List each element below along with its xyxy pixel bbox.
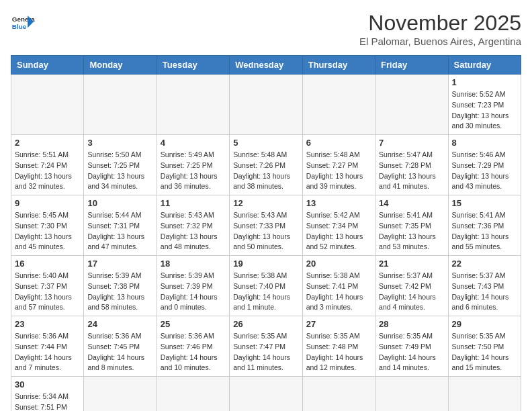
day-number: 5	[233, 138, 298, 148]
day-number: 12	[233, 198, 298, 208]
calendar-cell: 1Sunrise: 5:52 AMSunset: 7:23 PMDaylight…	[448, 75, 521, 135]
calendar-cell: 30Sunrise: 5:34 AMSunset: 7:51 PMDayligh…	[11, 377, 84, 412]
day-info: Sunrise: 5:47 AMSunset: 7:28 PMDaylight:…	[379, 150, 444, 192]
day-info: Sunrise: 5:40 AMSunset: 7:37 PMDaylight:…	[15, 271, 80, 313]
logo-icon: General Blue	[11, 11, 35, 35]
day-info: Sunrise: 5:35 AMSunset: 7:49 PMDaylight:…	[379, 331, 444, 373]
weekday-header-sunday: Sunday	[11, 56, 84, 75]
weekday-header-thursday: Thursday	[302, 56, 375, 75]
calendar-cell: 27Sunrise: 5:35 AMSunset: 7:48 PMDayligh…	[302, 316, 375, 377]
calendar-cell: 6Sunrise: 5:48 AMSunset: 7:27 PMDaylight…	[302, 135, 375, 195]
week-row-4: 23Sunrise: 5:36 AMSunset: 7:44 PMDayligh…	[11, 316, 521, 377]
calendar-cell	[230, 377, 302, 412]
day-info: Sunrise: 5:48 AMSunset: 7:26 PMDaylight:…	[233, 150, 298, 192]
calendar-cell: 22Sunrise: 5:37 AMSunset: 7:43 PMDayligh…	[448, 256, 521, 316]
week-row-0: 1Sunrise: 5:52 AMSunset: 7:23 PMDaylight…	[11, 75, 521, 135]
calendar-cell: 13Sunrise: 5:42 AMSunset: 7:34 PMDayligh…	[302, 195, 375, 256]
calendar-cell	[157, 75, 229, 135]
day-info: Sunrise: 5:48 AMSunset: 7:27 PMDaylight:…	[306, 150, 371, 192]
calendar-cell	[84, 377, 157, 412]
calendar-cell: 21Sunrise: 5:37 AMSunset: 7:42 PMDayligh…	[375, 256, 448, 316]
calendar-cell	[448, 377, 521, 412]
calendar-cell	[157, 377, 229, 412]
calendar-cell: 7Sunrise: 5:47 AMSunset: 7:28 PMDaylight…	[375, 135, 448, 195]
calendar-cell: 16Sunrise: 5:40 AMSunset: 7:37 PMDayligh…	[11, 256, 84, 316]
weekday-header-saturday: Saturday	[448, 56, 521, 75]
day-info: Sunrise: 5:50 AMSunset: 7:25 PMDaylight:…	[87, 150, 152, 192]
weekday-header-tuesday: Tuesday	[157, 56, 229, 75]
calendar-cell: 14Sunrise: 5:41 AMSunset: 7:35 PMDayligh…	[375, 195, 448, 256]
day-info: Sunrise: 5:52 AMSunset: 7:23 PMDaylight:…	[452, 89, 517, 132]
day-number: 6	[306, 138, 371, 148]
weekday-header-friday: Friday	[375, 56, 448, 75]
day-number: 9	[15, 198, 80, 208]
calendar-cell: 9Sunrise: 5:45 AMSunset: 7:30 PMDaylight…	[11, 195, 84, 256]
calendar-cell: 23Sunrise: 5:36 AMSunset: 7:44 PMDayligh…	[11, 316, 84, 377]
svg-text:Blue: Blue	[12, 23, 27, 30]
day-number: 13	[306, 198, 371, 208]
day-info: Sunrise: 5:37 AMSunset: 7:43 PMDaylight:…	[452, 271, 517, 313]
day-number: 25	[161, 319, 226, 329]
day-number: 3	[87, 138, 152, 148]
calendar-cell	[375, 75, 448, 135]
day-number: 21	[379, 259, 444, 269]
day-number: 4	[161, 138, 226, 148]
day-number: 27	[306, 319, 371, 329]
day-info: Sunrise: 5:39 AMSunset: 7:39 PMDaylight:…	[161, 271, 226, 313]
day-info: Sunrise: 5:35 AMSunset: 7:48 PMDaylight:…	[306, 331, 371, 373]
page-header: General Blue November 2025 El Palomar, B…	[11, 11, 521, 47]
day-number: 7	[379, 138, 444, 148]
weekday-header-wednesday: Wednesday	[230, 56, 302, 75]
day-number: 23	[15, 319, 80, 329]
day-info: Sunrise: 5:38 AMSunset: 7:40 PMDaylight:…	[233, 271, 298, 313]
calendar-cell: 3Sunrise: 5:50 AMSunset: 7:25 PMDaylight…	[84, 135, 157, 195]
calendar-cell: 29Sunrise: 5:35 AMSunset: 7:50 PMDayligh…	[448, 316, 521, 377]
day-info: Sunrise: 5:37 AMSunset: 7:42 PMDaylight:…	[379, 271, 444, 313]
day-info: Sunrise: 5:36 AMSunset: 7:45 PMDaylight:…	[87, 331, 152, 373]
day-info: Sunrise: 5:45 AMSunset: 7:30 PMDaylight:…	[15, 210, 80, 253]
logo: General Blue	[11, 11, 35, 35]
weekday-header-monday: Monday	[84, 56, 157, 75]
calendar-cell	[302, 377, 375, 412]
day-number: 17	[87, 259, 152, 269]
month-title: November 2025	[359, 11, 521, 36]
day-info: Sunrise: 5:38 AMSunset: 7:41 PMDaylight:…	[306, 271, 371, 313]
day-number: 18	[161, 259, 226, 269]
calendar-cell: 28Sunrise: 5:35 AMSunset: 7:49 PMDayligh…	[375, 316, 448, 377]
day-number: 28	[379, 319, 444, 329]
calendar-cell: 8Sunrise: 5:46 AMSunset: 7:29 PMDaylight…	[448, 135, 521, 195]
day-info: Sunrise: 5:41 AMSunset: 7:36 PMDaylight:…	[452, 210, 517, 253]
calendar-cell: 26Sunrise: 5:35 AMSunset: 7:47 PMDayligh…	[230, 316, 302, 377]
day-info: Sunrise: 5:35 AMSunset: 7:47 PMDaylight:…	[233, 331, 298, 373]
calendar-cell: 25Sunrise: 5:36 AMSunset: 7:46 PMDayligh…	[157, 316, 229, 377]
day-info: Sunrise: 5:44 AMSunset: 7:31 PMDaylight:…	[87, 210, 152, 253]
day-info: Sunrise: 5:43 AMSunset: 7:33 PMDaylight:…	[233, 210, 298, 253]
calendar-cell: 20Sunrise: 5:38 AMSunset: 7:41 PMDayligh…	[302, 256, 375, 316]
calendar-cell	[375, 377, 448, 412]
day-info: Sunrise: 5:39 AMSunset: 7:38 PMDaylight:…	[87, 271, 152, 313]
day-info: Sunrise: 5:46 AMSunset: 7:29 PMDaylight:…	[452, 150, 517, 192]
calendar-cell: 15Sunrise: 5:41 AMSunset: 7:36 PMDayligh…	[448, 195, 521, 256]
day-number: 8	[452, 138, 517, 148]
day-number: 15	[452, 198, 517, 208]
week-row-3: 16Sunrise: 5:40 AMSunset: 7:37 PMDayligh…	[11, 256, 521, 316]
location-title: El Palomar, Buenos Aires, Argentina	[359, 36, 521, 47]
calendar-cell: 5Sunrise: 5:48 AMSunset: 7:26 PMDaylight…	[230, 135, 302, 195]
calendar-cell	[84, 75, 157, 135]
weekday-header-row: SundayMondayTuesdayWednesdayThursdayFrid…	[11, 56, 521, 75]
calendar-cell: 19Sunrise: 5:38 AMSunset: 7:40 PMDayligh…	[230, 256, 302, 316]
day-number: 22	[452, 259, 517, 269]
day-number: 10	[87, 198, 152, 208]
day-info: Sunrise: 5:49 AMSunset: 7:25 PMDaylight:…	[161, 150, 226, 192]
week-row-5: 30Sunrise: 5:34 AMSunset: 7:51 PMDayligh…	[11, 377, 521, 412]
week-row-2: 9Sunrise: 5:45 AMSunset: 7:30 PMDaylight…	[11, 195, 521, 256]
day-info: Sunrise: 5:41 AMSunset: 7:35 PMDaylight:…	[379, 210, 444, 253]
day-info: Sunrise: 5:43 AMSunset: 7:32 PMDaylight:…	[161, 210, 226, 253]
calendar-cell	[11, 75, 84, 135]
day-info: Sunrise: 5:34 AMSunset: 7:51 PMDaylight:…	[15, 392, 80, 411]
day-number: 24	[87, 319, 152, 329]
day-number: 11	[161, 198, 226, 208]
calendar-cell: 12Sunrise: 5:43 AMSunset: 7:33 PMDayligh…	[230, 195, 302, 256]
calendar-cell: 2Sunrise: 5:51 AMSunset: 7:24 PMDaylight…	[11, 135, 84, 195]
calendar-cell: 17Sunrise: 5:39 AMSunset: 7:38 PMDayligh…	[84, 256, 157, 316]
